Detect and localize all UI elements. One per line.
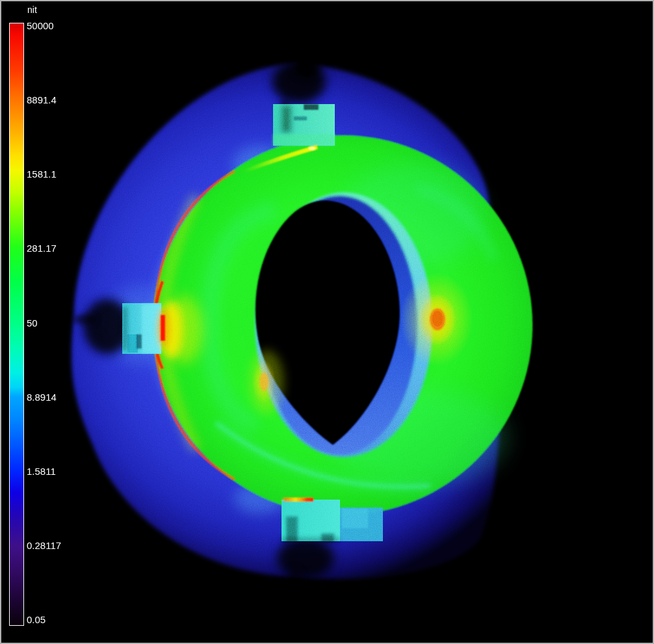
luminance-viewer-window: { "window": { "background": "#000000", "…: [0, 0, 654, 644]
noise-overlay: [48, 1, 654, 644]
luminance-map: [1, 1, 654, 644]
